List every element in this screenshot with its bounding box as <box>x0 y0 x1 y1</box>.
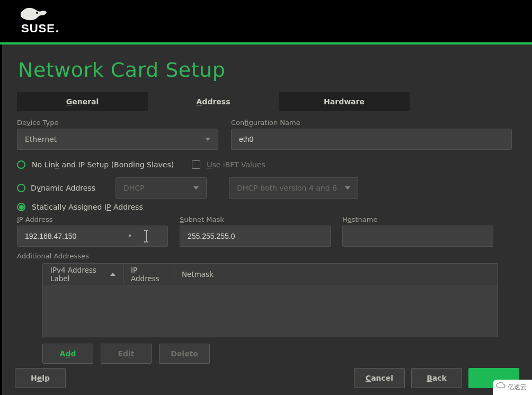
tab-address[interactable]: Address <box>148 92 279 111</box>
radio-no-link[interactable] <box>17 160 25 169</box>
radio-static[interactable] <box>17 203 25 211</box>
device-type-label: Device Type <box>17 119 218 127</box>
svg-point-2 <box>56 30 58 32</box>
tab-bar: General Address Hardware <box>17 92 517 111</box>
caret-indicator-icon <box>129 235 131 237</box>
chevron-down-icon <box>205 138 210 141</box>
cancel-button[interactable]: Cancel <box>354 368 405 388</box>
ip-address-label: IP Address <box>17 216 168 223</box>
checkbox-use-ibft[interactable] <box>192 160 200 169</box>
cloud-icon <box>496 382 506 389</box>
table-header: IPv4 Address Label IP Address Netmask <box>43 264 498 285</box>
additional-addresses-label: Additional Addresses <box>17 252 517 260</box>
hostname-input[interactable] <box>342 226 493 247</box>
chevron-down-icon <box>193 186 199 190</box>
col-ipv4-label[interactable]: IPv4 Address Label <box>43 264 123 285</box>
help-button[interactable]: Help <box>15 368 66 388</box>
ip-address-input[interactable] <box>17 226 168 247</box>
footer-bar: Help Cancel Back <box>2 361 532 395</box>
use-ibft-label: Use iBFT Values <box>207 160 265 169</box>
svg-point-0 <box>36 12 38 14</box>
radio-no-link-label: No Link and IP Setup (Bonding Slaves) <box>32 160 174 169</box>
config-name-input[interactable] <box>231 129 512 150</box>
col-netmask[interactable]: Netmask <box>174 264 219 285</box>
sort-asc-icon <box>110 273 116 276</box>
page-title: Network Card Setup <box>18 58 517 82</box>
radio-static-label: Statically Assigned IP Address <box>32 203 143 211</box>
svg-text:SUSE: SUSE <box>21 22 55 35</box>
subnet-mask-label: Subnet Mask <box>180 216 331 223</box>
chevron-down-icon <box>345 186 350 190</box>
suse-logo: SUSE <box>12 6 65 37</box>
tab-hardware[interactable]: Hardware <box>279 92 410 111</box>
dhcp-version-select[interactable]: DHCP both version 4 and 6 <box>229 177 358 199</box>
main-panel: Network Card Setup General Address Hardw… <box>2 44 532 395</box>
hostname-label: Hostname <box>342 216 493 223</box>
config-name-label: Configuration Name <box>231 119 512 127</box>
tab-general[interactable]: General <box>17 92 148 111</box>
radio-dynamic[interactable] <box>17 184 25 192</box>
back-button[interactable]: Back <box>411 368 462 388</box>
col-ip-address[interactable]: IP Address <box>123 264 174 285</box>
device-type-select[interactable]: Ethernet <box>17 129 218 150</box>
dhcp-select[interactable]: DHCP <box>116 177 207 199</box>
additional-addresses-table[interactable]: IPv4 Address Label IP Address Netmask <box>42 263 498 337</box>
brand-bar: SUSE <box>0 0 532 42</box>
subnet-mask-input[interactable] <box>180 226 331 247</box>
radio-dynamic-label: Dynamic Address <box>31 184 95 192</box>
watermark: 亿速云 <box>493 380 532 395</box>
